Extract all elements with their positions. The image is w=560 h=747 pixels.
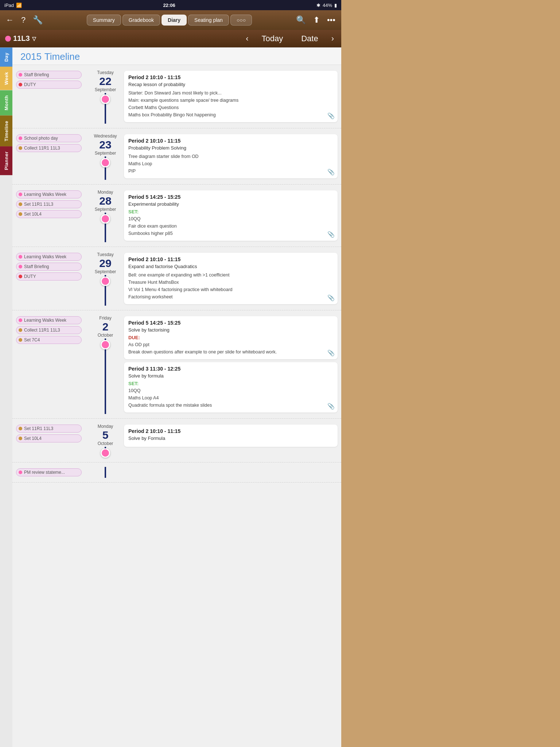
center-column-sep29: Tuesday 29 September — [89, 251, 122, 306]
lesson-subtitle: Solve by formula — [128, 373, 333, 379]
date-label-oct5: Monday 5 October — [98, 423, 113, 447]
date-label-oct2: Friday 2 October — [98, 315, 113, 338]
tag-learning-walks-sep28[interactable]: Learning Walks Week — [16, 190, 82, 198]
nav-tabs: Summary Gradebook Diary Seating plan ○○○ — [48, 15, 291, 26]
month-name: September — [95, 269, 116, 274]
right-column-sep29: Period 2 10:10 - 11:15 Expand and factor… — [122, 251, 341, 306]
tag-set-10l4-oct5[interactable]: Set 10L4 — [16, 434, 82, 442]
paperclip-icon[interactable]: 📎 — [327, 294, 335, 301]
tag-label: Collect 11R1 11L3 — [24, 146, 60, 151]
timeline-dot-oct2 — [101, 340, 110, 349]
tag-pm-review[interactable]: PM review stateme... — [16, 468, 82, 476]
tag-dot-pink — [19, 193, 22, 196]
lesson-card-sep22-1[interactable]: Period 2 10:10 - 11:15 Recap lesson of p… — [124, 71, 338, 122]
tag-duty-sep29[interactable]: DUTY — [16, 272, 82, 280]
lesson-title: Period 5 14:25 - 15:25 — [128, 194, 333, 200]
search-button[interactable]: 🔍 — [294, 14, 308, 26]
tag-set-7c4[interactable]: Set 7C4 — [16, 336, 82, 344]
lesson-body: As OD ppt Break down questions after exa… — [128, 341, 333, 356]
tag-label: School photo day — [24, 136, 58, 141]
lesson-subtitle: Probability Problem Solving — [128, 145, 333, 151]
right-column-sep22: Period 2 10:10 - 11:15 Recap lesson of p… — [122, 69, 341, 124]
sidebar-item-day[interactable]: Day — [0, 47, 12, 67]
sidebar-item-timeline[interactable]: Timeline — [0, 116, 12, 147]
timeline-line — [105, 467, 106, 478]
paperclip-icon[interactable]: 📎 — [327, 231, 335, 238]
more-button[interactable]: ••• — [325, 14, 338, 26]
paperclip-icon[interactable]: 📎 — [327, 403, 335, 410]
paperclip-icon[interactable]: 📎 — [327, 349, 335, 356]
sidebar-item-month[interactable]: Month — [0, 90, 12, 115]
tab-seating[interactable]: Seating plan — [188, 15, 229, 26]
timeline-dot-sep23 — [101, 158, 110, 167]
nav-bar: ← ? 🔧 Summary Gradebook Diary Seating pl… — [0, 10, 341, 30]
tab-gradebook[interactable]: Gradebook — [122, 15, 160, 26]
lesson-subtitle: Experimental probability — [128, 201, 333, 207]
day-name: Monday — [95, 190, 116, 195]
prev-date-button[interactable]: ‹ — [244, 32, 250, 45]
tag-label: Set 10L4 — [24, 212, 42, 217]
nav-right-icons: 🔍 ⬆ ••• — [294, 14, 338, 26]
paperclip-icon[interactable]: 📎 — [327, 169, 335, 175]
settings-button[interactable]: 🔧 — [31, 14, 45, 26]
tag-photo-day[interactable]: School photo day — [16, 134, 82, 142]
right-column-oct2: Period 5 14:25 - 15:25 Solve by factoris… — [122, 315, 341, 414]
tag-learning-walks-sep29[interactable]: Learning Walks Week — [16, 253, 82, 261]
date-label-sep29: Tuesday 29 September — [95, 251, 116, 275]
day-num: 22 — [95, 75, 116, 87]
tag-staff-briefing-sep22[interactable]: Staff Briefing — [16, 71, 82, 79]
tag-dot-red — [19, 83, 22, 86]
lesson-card-sep28-1[interactable]: Period 5 14:25 - 15:25 Experimental prob… — [124, 190, 338, 241]
right-column-oct5b — [122, 467, 341, 478]
tag-label: Staff Briefing — [24, 264, 49, 269]
tab-diary[interactable]: Diary — [162, 15, 187, 26]
main-content: Day Week Month Timeline Planner 2015Time… — [0, 47, 341, 747]
today-button[interactable]: Today — [254, 32, 290, 45]
month-name: October — [98, 333, 113, 338]
tag-learning-walks-oct2[interactable]: Learning Walks Week — [16, 316, 82, 324]
lesson-body: 10QQ Fair dice exam question Sumbooks hi… — [128, 215, 333, 237]
sidebar-item-planner[interactable]: Planner — [0, 146, 12, 175]
tag-set-11r1[interactable]: Set 11R1 11L3 — [16, 200, 82, 208]
tag-dot-pink — [19, 471, 22, 474]
lesson-subtitle: Solve by Formula — [128, 436, 333, 441]
share-button[interactable]: ⬆ — [311, 14, 322, 26]
timeline-section-sep23: School photo day Collect 11R1 11L3 Wedne… — [12, 128, 341, 185]
tag-dot-gold — [19, 427, 22, 430]
help-button[interactable]: ? — [19, 14, 28, 26]
tag-duty-sep22[interactable]: DUTY — [16, 81, 82, 89]
lesson-card-oct2-2[interactable]: Period 3 11:30 - 12:25 Solve by formula … — [124, 362, 338, 413]
center-column-sep28: Monday 28 September — [89, 189, 122, 242]
day-name: Tuesday — [95, 70, 116, 75]
month-name: September — [95, 87, 116, 92]
tag-set-11r1-oct5[interactable]: Set 11R1 11L3 — [16, 425, 82, 433]
ipad-label: iPad — [4, 3, 14, 8]
lesson-card-oct2-1[interactable]: Period 5 14:25 - 15:25 Solve by factoris… — [124, 316, 338, 359]
date-button[interactable]: Date — [294, 32, 325, 45]
center-column-oct5b — [89, 467, 122, 478]
class-nav: ‹ Today Date › — [244, 32, 336, 45]
next-date-button[interactable]: › — [329, 32, 336, 45]
filter-icon[interactable]: ▽ — [32, 36, 36, 42]
paperclip-icon[interactable]: 📎 — [327, 112, 335, 119]
year-header: 2015Timeline — [12, 47, 341, 65]
tag-collect[interactable]: Collect 11R1 11L3 — [16, 144, 82, 152]
left-column-sep23: School photo day Collect 11R1 11L3 — [12, 133, 89, 180]
timeline-scroll[interactable]: Staff Briefing DUTY Tuesday 22 September — [12, 65, 341, 747]
tab-summary[interactable]: Summary — [87, 15, 121, 26]
day-num: 5 — [98, 429, 113, 441]
timeline-dot-sep22 — [101, 94, 110, 104]
sidebar-item-week[interactable]: Week — [0, 67, 12, 90]
left-column-sep28: Learning Walks Week Set 11R1 11L3 Set 10… — [12, 189, 89, 242]
tab-more[interactable]: ○○○ — [230, 15, 252, 26]
lesson-card-sep29-1[interactable]: Period 2 10:10 - 11:15 Expand and factor… — [124, 253, 338, 304]
tag-set-10l4[interactable]: Set 10L4 — [16, 210, 82, 218]
lesson-card-oct5-1[interactable]: Period 2 10:10 - 11:15 Solve by Formula — [124, 425, 338, 447]
tag-label: Learning Walks Week — [24, 318, 66, 323]
tag-collect-oct2[interactable]: Collect 11R1 11L3 — [16, 326, 82, 334]
center-column-sep22: Tuesday 22 September — [89, 69, 122, 124]
back-button[interactable]: ← — [4, 14, 16, 26]
lesson-card-sep23-1[interactable]: Period 2 10:10 - 11:15 Probability Probl… — [124, 134, 338, 178]
day-name: Tuesday — [95, 252, 116, 257]
tag-staff-briefing-sep29[interactable]: Staff Briefing — [16, 263, 82, 271]
